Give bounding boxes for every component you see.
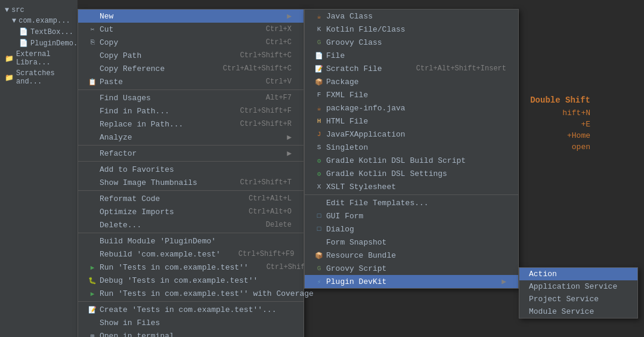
folder-icon: 📁: [5, 73, 14, 82]
menu-item-build-module[interactable]: Build Module 'PluginDemo': [78, 234, 304, 248]
cut-icon: ✂: [88, 24, 97, 34]
menu-item-cut[interactable]: ✂ Cut Ctrl+X: [78, 23, 304, 36]
hint2: +E: [530, 120, 590, 129]
menu-item-new[interactable]: New ▶: [78, 10, 304, 23]
menu-item-groovy-script[interactable]: G Groovy Script: [305, 262, 518, 275]
sidebar-item-scratches[interactable]: 📁 Scratches and...: [2, 68, 75, 87]
menu-item-edit-templates[interactable]: Edit File Templates...: [305, 196, 518, 209]
menu-item-optimize-imports[interactable]: Optimize Imports Ctrl+Alt+O: [78, 205, 304, 218]
copy-ref-icon: [88, 64, 97, 73]
find-in-path-icon: [88, 106, 97, 116]
menu-item-gradle-settings[interactable]: ⚙ Gradle Kotlin DSL Settings: [305, 167, 518, 180]
sidebar-item-label: Scratches and...: [16, 69, 73, 86]
menu-item-package-info[interactable]: ☕ package-info.java: [305, 101, 518, 115]
menu-item-copy-reference[interactable]: Copy Reference Ctrl+Alt+Shift+C: [78, 62, 304, 75]
menu-item-add-favorites[interactable]: Add to Favorites: [78, 163, 304, 176]
menu-item-gui-form[interactable]: □ GUI Form: [305, 209, 518, 222]
sidebar-item-plugindemo[interactable]: 📄 PluginDemo...: [2, 38, 75, 49]
copy-icon: ⎘: [88, 38, 97, 47]
sidebar-item-com[interactable]: ▼ com.examp...: [2, 16, 75, 26]
reformat-icon: [88, 194, 97, 203]
menu-item-java-class[interactable]: ☕ Java Class: [305, 10, 518, 23]
menu-item-open-terminal[interactable]: ⊞ Open in terminal: [78, 329, 304, 337]
file-icon: 📄: [19, 39, 28, 48]
menu-item-copy[interactable]: ⎘ Copy Ctrl+C: [78, 36, 304, 49]
javafx-icon: J: [314, 129, 324, 139]
xslt-icon: X: [314, 182, 324, 191]
gradle-build-icon: ⚙: [314, 156, 324, 165]
separator-5: [78, 233, 304, 233]
menu-item-kotlin-class[interactable]: K Kotlin File/Class: [305, 23, 518, 36]
thumbnails-icon: [88, 178, 97, 187]
package-info-icon: ☕: [314, 103, 324, 113]
context-menu-new: ☕ Java Class K Kotlin File/Class G Groov…: [304, 9, 519, 289]
copy-path-icon: [88, 51, 97, 60]
gui-form-icon: □: [314, 211, 324, 221]
menu-item-delete[interactable]: Delete... Delete: [78, 218, 304, 231]
menu-item-find-usages[interactable]: Find Usages Alt+F7: [78, 91, 304, 104]
paste-icon: 📋: [88, 77, 97, 86]
debug-icon: 🐛: [88, 276, 97, 285]
context-menu-devkit: Action Application Service Project Servi…: [519, 267, 638, 319]
sidebar-item-label: com.examp...: [18, 17, 70, 25]
menu-item-scratch-file[interactable]: 📝 Scratch File Ctrl+Alt+Shift+Insert: [305, 62, 518, 75]
menu-item-copy-path[interactable]: Copy Path Ctrl+Shift+C: [78, 49, 304, 62]
separator-2: [78, 145, 304, 146]
menu-item-run-tests[interactable]: ▶ Run 'Tests in com.example.test'' Ctrl+…: [78, 261, 304, 274]
submenu-arrow-devkit: ▶: [501, 277, 506, 286]
new-icon: [88, 11, 97, 21]
menu-item-module-service[interactable]: Module Service: [519, 305, 637, 318]
folder-expand-icon: ▼: [5, 6, 9, 14]
folder-expand-icon: ▼: [12, 17, 16, 25]
menu-item-app-service[interactable]: Application Service: [519, 280, 637, 293]
singleton-icon: S: [314, 143, 324, 152]
ide-background: ▼ src ▼ com.examp... 📄 TextBox... 📄 Plug…: [0, 0, 644, 337]
separator-3: [78, 161, 304, 162]
menu-item-gradle-build[interactable]: ⚙ Gradle Kotlin DSL Build Script: [305, 154, 518, 167]
sidebar-item-src[interactable]: ▼ src: [2, 5, 75, 16]
menu-item-rebuild[interactable]: Rebuild 'com.example.test' Ctrl+Shift+F9: [78, 248, 304, 261]
menu-item-file[interactable]: 📄 File: [305, 49, 518, 62]
menu-item-form-snapshot[interactable]: Form Snapshot: [305, 236, 518, 249]
menu-item-show-thumbnails[interactable]: Show Image Thumbnails Ctrl+Shift+T: [78, 176, 304, 189]
menu-item-fxml[interactable]: F FXML File: [305, 88, 518, 101]
edit-templates-icon: [314, 198, 324, 208]
menu-item-reformat[interactable]: Reformat Code Ctrl+Alt+L: [78, 192, 304, 205]
menu-item-package[interactable]: 📦 Package: [305, 75, 518, 88]
menu-item-run-coverage[interactable]: ▶ Run 'Tests in com.example.test'' with …: [78, 287, 304, 300]
menu-item-singleton[interactable]: S Singleton: [305, 141, 518, 154]
menu-item-html[interactable]: H HTML File: [305, 115, 518, 128]
menu-item-javafx[interactable]: J JavaFXApplication: [305, 128, 518, 141]
menu-item-plugin-devkit[interactable]: ⚡ Plugin DevKit ▶: [305, 275, 518, 288]
sidebar-item-label: src: [11, 6, 24, 14]
menu-item-project-service[interactable]: Project Service: [519, 293, 637, 305]
separator-1: [78, 89, 304, 90]
menu-item-find-in-path[interactable]: Find in Path... Ctrl+Shift+F: [78, 104, 304, 118]
show-files-icon: [88, 318, 97, 327]
menu-item-replace-in-path[interactable]: Replace in Path... Ctrl+Shift+R: [78, 118, 304, 131]
menu-item-refactor[interactable]: Refactor ▶: [78, 147, 304, 160]
optimize-icon: [88, 207, 97, 217]
menu-item-dialog[interactable]: □ Dialog: [305, 222, 518, 236]
build-icon: [88, 236, 97, 246]
refactor-icon: [88, 149, 97, 158]
resource-bundle-icon: 📦: [314, 251, 324, 260]
sidebar-item-textbox[interactable]: 📄 TextBox...: [2, 26, 75, 38]
menu-item-resource-bundle[interactable]: 📦 Resource Bundle: [305, 249, 518, 262]
menu-item-create-tests[interactable]: 📝 Create 'Tests in com.example.test''...: [78, 303, 304, 316]
hint4: open: [530, 143, 590, 152]
menu-item-action[interactable]: Action: [519, 268, 637, 280]
menu-item-paste[interactable]: 📋 Paste Ctrl+V: [78, 75, 304, 88]
menu-item-debug-tests[interactable]: 🐛 Debug 'Tests in com.example.test'': [78, 274, 304, 287]
separator-4: [78, 190, 304, 191]
favorites-icon: [88, 165, 97, 174]
separator-6: [78, 301, 304, 302]
menu-item-analyze[interactable]: Analyze ▶: [78, 131, 304, 144]
menu-item-show-files[interactable]: Show in Files: [78, 316, 304, 329]
scratch-file-icon: 📝: [314, 64, 324, 73]
fxml-icon: F: [314, 90, 324, 100]
menu-item-xslt[interactable]: X XSLT Stylesheet: [305, 180, 518, 193]
menu-item-groovy-class[interactable]: G Groovy Class: [305, 36, 518, 49]
file-new-icon: 📄: [314, 51, 324, 60]
sidebar-item-external[interactable]: 📁 External Libra...: [2, 49, 75, 68]
